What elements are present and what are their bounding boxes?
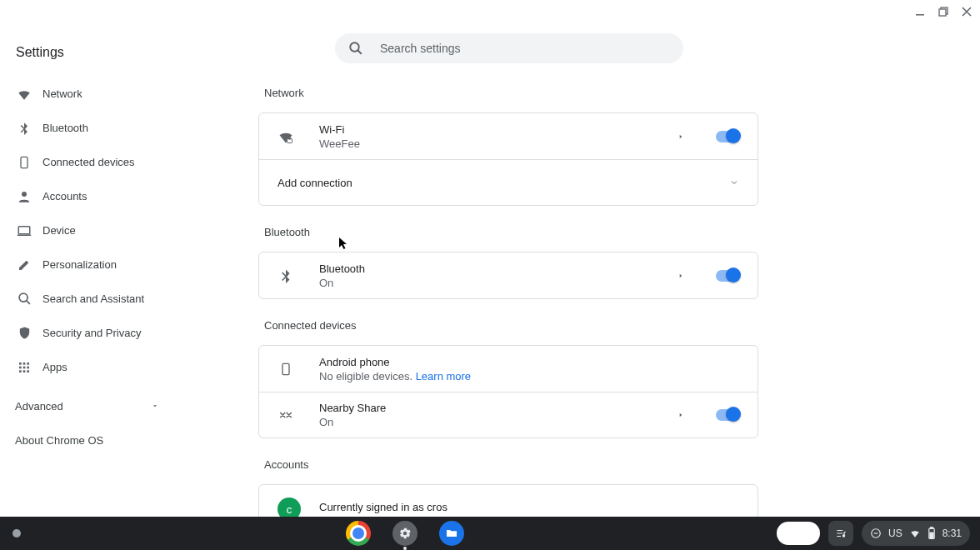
phone-icon — [16, 154, 32, 171]
chrome-icon — [346, 521, 371, 546]
shelf-chrome[interactable] — [343, 518, 373, 548]
shelf-files[interactable] — [437, 518, 467, 548]
svg-rect-23 — [930, 528, 932, 529]
sidebar-item-accounts[interactable]: Accounts — [0, 179, 175, 213]
launcher-button[interactable] — [0, 529, 33, 538]
bluetooth-icon — [278, 268, 294, 283]
shelf-apps — [33, 518, 777, 548]
gear-icon — [392, 521, 418, 546]
wifi-title: Wi-Fi — [319, 123, 678, 136]
sidebar-item-security-privacy[interactable]: Security and Privacy — [0, 316, 175, 350]
close-icon[interactable] — [962, 7, 972, 17]
wifi-subtitle: WeeFee — [319, 138, 678, 150]
bluetooth-icon — [16, 120, 32, 137]
nearby-share-icon — [278, 408, 294, 422]
sidebar-item-device[interactable]: Device — [0, 213, 175, 248]
wifi-toggle[interactable] — [716, 131, 739, 142]
sidebar-advanced-label: Advanced — [15, 400, 63, 412]
no-notifications-icon — [870, 528, 882, 539]
shelf-status: US 8:31 — [777, 521, 980, 546]
clock: 8:31 — [942, 528, 962, 539]
section-title-bluetooth: Bluetooth — [264, 226, 758, 238]
sidebar: Settings Network Bluetooth Connected dev… — [0, 37, 175, 447]
accounts-title: Currently signed in as cros — [319, 501, 739, 513]
learn-more-link[interactable]: Learn more — [416, 370, 471, 382]
nearby-share-toggle[interactable] — [716, 409, 739, 421]
section-title-connected-devices: Connected devices — [264, 319, 758, 332]
status-tray[interactable]: US 8:31 — [862, 521, 970, 546]
shelf: US 8:31 — [0, 517, 980, 550]
svg-point-6 — [19, 293, 28, 302]
section-title-network: Network — [264, 87, 758, 99]
svg-point-20 — [842, 535, 844, 537]
search-icon — [16, 291, 32, 308]
sidebar-item-label: Personalization — [42, 258, 117, 271]
phone-icon — [278, 362, 294, 377]
bluetooth-card: Bluetooth On — [258, 252, 758, 299]
bluetooth-subtitle: On — [319, 277, 678, 289]
svg-rect-10 — [19, 366, 22, 368]
android-phone-text: Android phone No eligible devices. Learn… — [319, 356, 739, 382]
nearby-share-text: Nearby Share On — [319, 402, 678, 428]
nearby-share-row[interactable]: Nearby Share On — [259, 392, 758, 438]
chevron-right-icon — [678, 132, 684, 141]
sidebar-item-label: Search and Assistant — [42, 292, 144, 305]
apps-grid-icon — [16, 359, 32, 376]
sidebar-item-label: Network — [42, 88, 82, 100]
shelf-music-button[interactable] — [828, 521, 853, 546]
svg-rect-7 — [19, 362, 22, 365]
main-content: Network Wi-Fi WeeFee Add connection Blue… — [258, 33, 758, 542]
svg-rect-14 — [23, 370, 26, 372]
wifi-row-text: Wi-Fi WeeFee — [319, 123, 678, 150]
bluetooth-row-text: Bluetooth On — [319, 262, 678, 289]
svg-rect-13 — [19, 370, 22, 372]
android-phone-row[interactable]: Android phone No eligible devices. Learn… — [259, 346, 758, 392]
search-icon — [348, 41, 363, 56]
add-connection-label: Add connection — [278, 177, 729, 189]
minimize-icon[interactable] — [915, 7, 925, 17]
launcher-icon — [12, 529, 21, 538]
add-connection-row[interactable]: Add connection — [259, 159, 758, 205]
sidebar-item-label: Device — [42, 224, 76, 237]
sidebar-item-search-assistant[interactable]: Search and Assistant — [0, 282, 175, 316]
wifi-icon — [16, 86, 32, 102]
shelf-pill[interactable] — [777, 522, 820, 545]
sidebar-item-apps[interactable]: Apps — [0, 350, 175, 384]
sidebar-item-personalization[interactable]: Personalization — [0, 248, 175, 282]
svg-rect-9 — [27, 362, 29, 365]
bluetooth-row[interactable]: Bluetooth On — [259, 252, 758, 298]
accounts-row-text: Currently signed in as cros — [319, 501, 739, 513]
chevron-down-icon — [151, 398, 159, 413]
sidebar-item-label: Security and Privacy — [42, 327, 142, 339]
sidebar-item-label: Apps — [42, 361, 68, 373]
sidebar-item-bluetooth[interactable]: Bluetooth — [0, 111, 175, 145]
svg-rect-8 — [23, 362, 26, 365]
sidebar-item-connected-devices[interactable]: Connected devices — [0, 145, 175, 179]
svg-rect-24 — [930, 532, 933, 538]
wifi-secure-icon — [278, 128, 294, 145]
network-card: Wi-Fi WeeFee Add connection — [258, 112, 758, 206]
page-title: Settings — [0, 37, 175, 77]
ime-indicator: US — [888, 528, 902, 539]
search-input[interactable] — [380, 42, 670, 55]
android-phone-title: Android phone — [319, 356, 739, 368]
sidebar-item-label: Bluetooth — [42, 122, 88, 134]
bluetooth-toggle[interactable] — [716, 270, 739, 282]
wifi-row[interactable]: Wi-Fi WeeFee — [259, 113, 758, 159]
svg-rect-19 — [282, 363, 289, 374]
svg-rect-11 — [23, 366, 26, 368]
restore-icon[interactable] — [938, 7, 948, 17]
chevron-down-icon — [729, 178, 739, 188]
sidebar-advanced[interactable]: Advanced — [0, 389, 175, 422]
svg-rect-5 — [18, 226, 30, 233]
sidebar-item-label: Accounts — [42, 190, 87, 202]
chevron-right-icon — [678, 272, 684, 280]
sidebar-about-label: About Chrome OS — [15, 434, 103, 447]
chevron-right-icon — [678, 411, 684, 419]
section-title-accounts: Accounts — [264, 458, 758, 471]
shelf-settings[interactable] — [390, 518, 420, 548]
sidebar-item-label: Connected devices — [42, 156, 135, 168]
sidebar-item-network[interactable]: Network — [0, 77, 175, 111]
sidebar-about[interactable]: About Chrome OS — [0, 422, 175, 447]
search-bar[interactable] — [335, 33, 683, 63]
